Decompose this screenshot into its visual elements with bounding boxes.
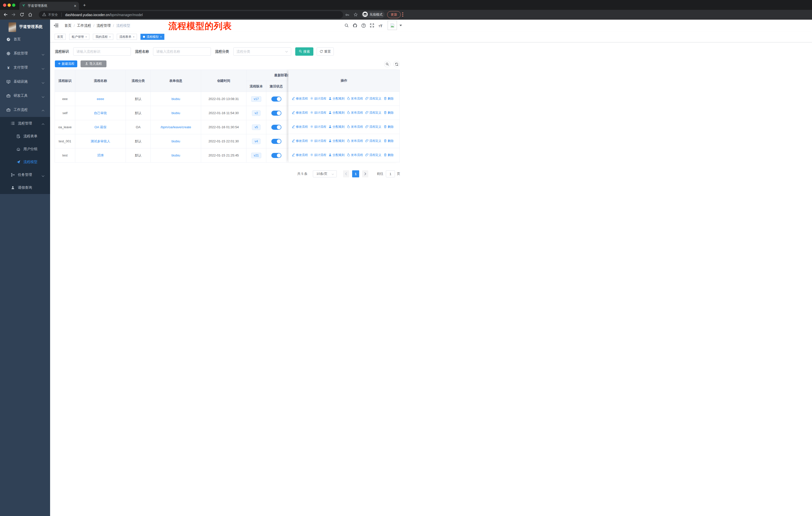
browser-tab[interactable]: 芋道管理系统 ✕ [19, 2, 79, 10]
next-page-button[interactable] [362, 170, 368, 178]
row-action-definition[interactable]: 流程定义 [365, 111, 381, 115]
github-icon[interactable] [353, 23, 357, 29]
font-size-icon[interactable]: TT [379, 24, 382, 28]
tag-close-icon[interactable]: × [85, 35, 87, 38]
row-action-definition[interactable]: 流程定义 [365, 97, 381, 101]
row-action-edit[interactable]: 修改流程 [292, 125, 308, 129]
breadcrumb-item[interactable]: 流程模型 [116, 23, 130, 28]
tag-close-icon[interactable]: × [109, 35, 111, 38]
tag-流程模型[interactable]: 流程模型× [141, 34, 164, 40]
sidebar-item-payment-manage[interactable]: ¥支付管理 [0, 60, 50, 75]
row-action-assign[interactable]: 分配规则 [328, 153, 345, 157]
create-process-button[interactable]: 新建流程 [55, 60, 77, 67]
row-action-delete[interactable]: 删除 [384, 153, 394, 157]
row-action-edit[interactable]: 修改流程 [292, 153, 308, 157]
page-size-select[interactable]: 10条/页 [313, 170, 337, 178]
tag-首页[interactable]: 首页 [55, 34, 66, 40]
refresh-table-button[interactable] [394, 61, 400, 67]
new-tab-button[interactable]: + [83, 2, 86, 8]
form-info-link[interactable]: biubiu [171, 111, 180, 115]
row-action-edit[interactable]: 修改流程 [292, 97, 308, 101]
tag-close-icon[interactable]: × [133, 35, 135, 38]
fullscreen-icon[interactable] [370, 23, 374, 29]
import-process-button[interactable]: 导入流程 [81, 60, 107, 67]
row-action-design[interactable]: 设计流程 [310, 139, 326, 143]
row-action-design[interactable]: 设计流程 [310, 111, 326, 115]
show-search-toggle-button[interactable] [384, 61, 390, 67]
tab-close-icon[interactable]: ✕ [74, 4, 77, 8]
row-action-publish[interactable]: 发布流程 [347, 153, 363, 157]
sidebar-item-infrastructure[interactable]: 基础设施 [0, 75, 50, 89]
breadcrumb-item[interactable]: 工作流程 [77, 23, 91, 28]
row-action-assign[interactable]: 分配规则 [328, 139, 345, 143]
row-action-delete[interactable]: 删除 [384, 139, 394, 143]
row-action-design[interactable]: 设计流程 [310, 97, 326, 101]
row-action-design[interactable]: 设计流程 [310, 153, 326, 157]
sidebar-item-user-group[interactable]: 用户分组 [0, 143, 50, 156]
sidebar-item-process-model[interactable]: 流程模型 [0, 156, 50, 168]
reset-button[interactable]: 重置 [317, 47, 334, 56]
row-action-definition[interactable]: 流程定义 [365, 125, 381, 129]
sidebar-item-process-form[interactable]: 流程表单 [0, 130, 50, 143]
active-toggle[interactable] [271, 139, 282, 144]
row-action-delete[interactable]: 删除 [384, 111, 394, 115]
active-toggle[interactable] [271, 111, 282, 116]
breadcrumb-item[interactable]: 流程管理 [97, 23, 111, 28]
process-name-link[interactable]: 自己审批 [94, 111, 107, 115]
process-name-link[interactable]: 测试多审批人 [91, 139, 110, 143]
row-action-assign[interactable]: 分配规则 [328, 97, 345, 101]
active-toggle[interactable] [271, 153, 282, 158]
tag-流程表单[interactable]: 流程表单× [117, 34, 137, 40]
row-action-design[interactable]: 设计流程 [310, 125, 326, 129]
sidebar-item-process-manage[interactable]: 流程管理 [0, 117, 50, 130]
row-action-edit[interactable]: 修改流程 [292, 139, 308, 143]
password-key-icon[interactable] [345, 12, 350, 18]
prev-page-button[interactable] [343, 170, 349, 178]
home-icon[interactable] [28, 12, 33, 18]
minimize-window-button[interactable] [7, 3, 11, 7]
bookmark-star-icon[interactable] [353, 12, 358, 18]
process-name-link[interactable]: eeee [97, 97, 104, 101]
header-search-icon[interactable] [344, 23, 349, 29]
row-action-definition[interactable]: 流程定义 [365, 153, 381, 157]
row-action-publish[interactable]: 发布流程 [347, 97, 363, 101]
sidebar-collapse-icon[interactable] [54, 23, 59, 29]
reload-icon[interactable] [19, 12, 24, 18]
search-button[interactable]: 搜索 [295, 47, 313, 56]
current-page-button[interactable]: 1 [352, 170, 359, 178]
process-name-link[interactable]: 滔博 [97, 154, 104, 157]
row-action-definition[interactable]: 流程定义 [365, 139, 381, 143]
process-name-input[interactable] [153, 47, 211, 56]
tag-我的流程[interactable]: 我的流程× [93, 34, 113, 40]
avatar-dropdown-caret-icon[interactable] [400, 25, 402, 26]
form-info-link[interactable]: /bpm/oa/leave/create [161, 125, 191, 129]
sidebar-item-task-manage[interactable]: 任务管理 [0, 168, 50, 181]
row-action-edit[interactable]: 修改流程 [292, 111, 308, 115]
sidebar-item-home[interactable]: 首页 [0, 32, 50, 46]
back-icon[interactable] [3, 12, 8, 18]
help-icon[interactable] [361, 23, 366, 29]
browser-update-button[interactable]: 更新 [387, 11, 401, 18]
breadcrumb-item[interactable]: 首页 [64, 23, 71, 28]
active-toggle[interactable] [271, 125, 282, 130]
row-action-delete[interactable]: 删除 [384, 97, 394, 101]
close-window-button[interactable] [3, 3, 6, 7]
goto-page-input[interactable] [386, 170, 395, 178]
process-id-input[interactable] [73, 47, 131, 56]
sidebar-item-system-manage[interactable]: 系统管理 [0, 46, 50, 60]
row-action-assign[interactable]: 分配规则 [328, 111, 345, 115]
sidebar-item-workflow[interactable]: 工作流程 [0, 103, 50, 117]
row-action-delete[interactable]: 删除 [384, 125, 394, 129]
user-avatar[interactable] [388, 21, 397, 30]
row-action-publish[interactable]: 发布流程 [347, 125, 363, 129]
browser-menu-icon[interactable] [402, 12, 403, 17]
sidebar-logo[interactable]: 芋道管理系统 [0, 20, 50, 31]
row-action-assign[interactable]: 分配规则 [328, 125, 345, 129]
form-info-link[interactable]: biubiu [171, 154, 180, 157]
row-action-publish[interactable]: 发布流程 [347, 111, 363, 115]
sidebar-item-leave-query[interactable]: 请假查询 [0, 181, 50, 194]
tag-close-icon[interactable]: × [160, 35, 162, 38]
row-action-publish[interactable]: 发布流程 [347, 139, 363, 143]
tag-租户管理[interactable]: 租户管理× [69, 34, 89, 40]
url-bar[interactable]: 不安全 dashboard.yudao.iocoder.cn/bpm/manag… [39, 11, 343, 19]
